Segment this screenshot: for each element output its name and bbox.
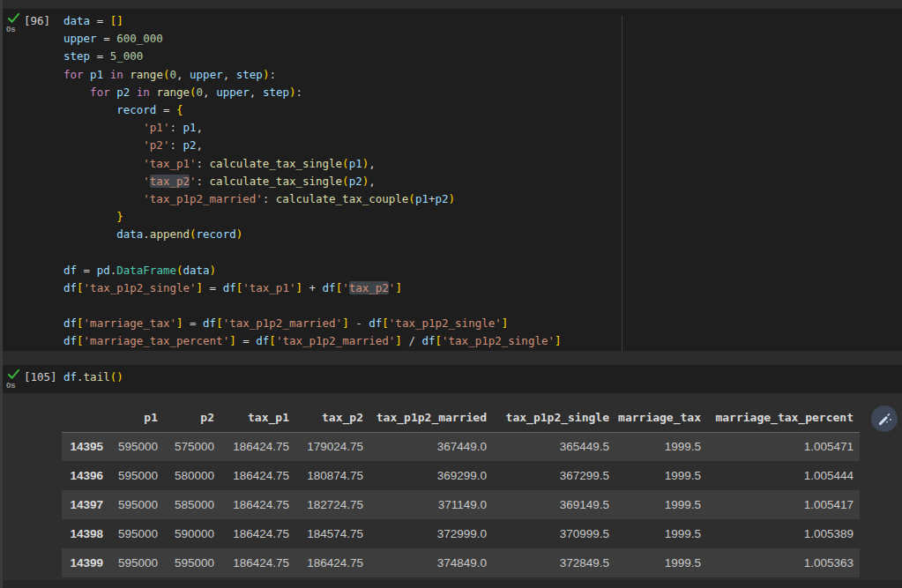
- code-cell-2: 0s [105] df.tail(): [3, 365, 902, 393]
- table-cell: 595000: [109, 461, 164, 490]
- code-line: 'p1': p1,: [63, 119, 562, 137]
- column-header: tax_p2: [295, 404, 369, 432]
- table-cell: 1.005471: [707, 432, 860, 461]
- column-header: marriage_tax: [615, 404, 707, 432]
- code-line: data = []: [63, 12, 562, 30]
- table-cell: 595000: [109, 519, 164, 548]
- table-cell: 369149.5: [493, 490, 615, 519]
- table-cell: 186424.75: [220, 432, 295, 461]
- row-index: 14397: [62, 490, 109, 519]
- table-row: 14399595000595000186424.75186424.7537484…: [62, 548, 860, 577]
- table-cell: 595000: [109, 490, 164, 519]
- column-header: tax_p1p2_single: [493, 404, 615, 432]
- table-cell: 595000: [109, 432, 164, 461]
- table-cell: 590000: [164, 519, 220, 548]
- table-cell: 1999.5: [615, 432, 707, 461]
- table-cell: 184574.75: [295, 519, 369, 548]
- code-line: upper = 600_000: [63, 30, 562, 48]
- table-cell: 367299.5: [493, 461, 615, 490]
- code-line: df['marriage_tax_percent'] = df['tax_p1p…: [63, 332, 562, 350]
- table-row: 14396595000580000186424.75180874.7536929…: [62, 461, 860, 490]
- code-editor[interactable]: df.tail(): [63, 368, 123, 386]
- table-cell: 1.005444: [707, 461, 860, 490]
- page-bottom-margin: [3, 580, 902, 588]
- table-cell: 1.005417: [707, 490, 860, 519]
- column-header: tax_p1p2_married: [369, 404, 493, 432]
- table-cell: 365449.5: [493, 432, 615, 461]
- code-line: for p1 in range(0, upper, step):: [63, 66, 562, 84]
- table-cell: 575000: [164, 432, 220, 461]
- table-cell: 585000: [164, 490, 220, 519]
- table-cell: 1999.5: [615, 461, 707, 490]
- cell-duration: 0s: [6, 24, 16, 33]
- table-cell: 1999.5: [615, 490, 707, 519]
- code-cell-1: 0s [96] data = []upper = 600_000step = 5…: [3, 9, 902, 351]
- table-cell: 367449.0: [369, 432, 493, 461]
- editor-ruler: [622, 16, 622, 351]
- column-header: tax_p1: [220, 404, 295, 432]
- code-line: record = {: [63, 101, 562, 119]
- table-cell: 1999.5: [615, 548, 707, 577]
- dataframe-table: p1p2tax_p1tax_p2tax_p1p2_marriedtax_p1p2…: [62, 404, 860, 577]
- table-cell: 580000: [164, 461, 220, 490]
- execution-count: [105]: [24, 368, 57, 386]
- table-row: 14395595000575000186424.75179024.7536744…: [62, 432, 860, 461]
- table-cell: 186424.75: [220, 490, 295, 519]
- column-header: p2: [164, 404, 220, 432]
- code-line: for p2 in range(0, upper, step):: [63, 84, 562, 101]
- table-cell: 371149.0: [369, 490, 493, 519]
- code-editor[interactable]: data = []upper = 600_000step = 5_000for …: [63, 12, 562, 351]
- table-cell: 372849.5: [493, 548, 615, 577]
- column-header: marriage_tax_percent: [707, 404, 860, 432]
- row-index: 14398: [62, 519, 109, 548]
- code-line: data.append(record): [63, 226, 562, 243]
- table-cell: 179024.75: [295, 432, 369, 461]
- code-line: [63, 297, 562, 315]
- table-cell: 1999.5: [615, 519, 707, 548]
- table-row: 14398595000590000186424.75184574.7537299…: [62, 519, 860, 548]
- table-row: 14397595000585000186424.75182724.7537114…: [62, 490, 860, 519]
- row-index: 14399: [62, 548, 109, 577]
- table-cell: 1.005363: [707, 548, 860, 577]
- code-line: 'tax_p1p2_married': calculate_tax_couple…: [63, 190, 562, 208]
- code-line: df['marriage_tax'] = df['tax_p1p2_marrie…: [63, 315, 562, 332]
- table-cell: 186424.75: [220, 548, 295, 577]
- cell-duration: 0s: [6, 380, 16, 390]
- table-cell: 595000: [109, 548, 164, 577]
- row-index: 14395: [62, 432, 109, 461]
- table-header-row: p1p2tax_p1tax_p2tax_p1p2_marriedtax_p1p2…: [62, 404, 860, 432]
- execution-count: [96]: [24, 12, 50, 30]
- table-cell: 369299.0: [369, 461, 493, 490]
- magic-wand-icon: [877, 412, 892, 427]
- code-line: df['tax_p1p2_single'] = df['tax_p1'] + d…: [63, 279, 562, 297]
- code-line: df.tail(): [63, 368, 123, 386]
- code-line: 'tax_p1': calculate_tax_single(p1),: [63, 155, 562, 173]
- row-index: 14396: [62, 461, 109, 490]
- table-cell: 595000: [164, 548, 220, 577]
- data-wrangler-button[interactable]: [871, 406, 898, 432]
- code-line: }: [63, 208, 562, 226]
- table-cell: 374849.0: [369, 548, 493, 577]
- table-cell: 182724.75: [295, 490, 369, 519]
- code-line: 'tax_p2': calculate_tax_single(p2),: [63, 173, 562, 190]
- code-line: df = pd.DataFrame(data): [63, 262, 562, 279]
- column-header: p1: [109, 404, 164, 432]
- table-cell: 1.005389: [707, 519, 860, 548]
- dataframe-output: p1p2tax_p1tax_p2tax_p1p2_marriedtax_p1p2…: [3, 393, 902, 580]
- column-header-index: [62, 404, 109, 432]
- table-cell: 186424.75: [220, 519, 295, 548]
- code-line: 'p2': p2,: [63, 137, 562, 154]
- table-cell: 180874.75: [295, 461, 369, 490]
- code-line: step = 5_000: [63, 48, 562, 65]
- check-icon: [7, 11, 20, 25]
- table-cell: 186424.75: [220, 461, 295, 490]
- table-cell: 370999.5: [493, 519, 615, 548]
- table-cell: 186424.75: [295, 548, 369, 577]
- table-cell: 372999.0: [369, 519, 493, 548]
- code-line: [63, 243, 562, 261]
- check-icon: [7, 368, 20, 381]
